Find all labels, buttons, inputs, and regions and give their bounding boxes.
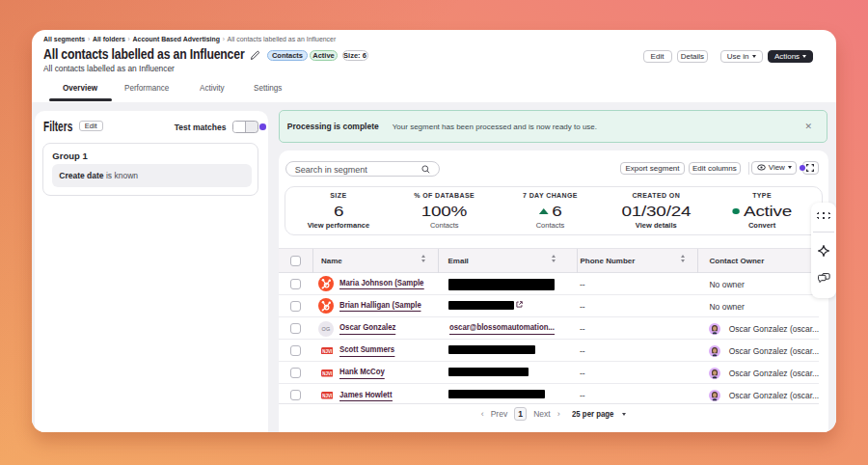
svg-text:NJVI: NJVI [322, 348, 332, 353]
svg-text:NJVI: NJVI [322, 371, 332, 376]
svg-text:NJVI: NJVI [322, 394, 332, 398]
